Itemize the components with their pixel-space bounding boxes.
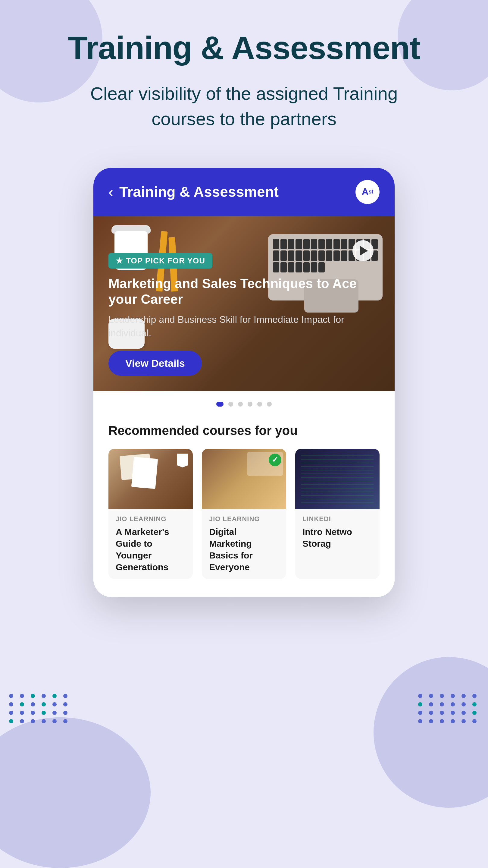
decorative-dot (31, 711, 35, 715)
decorative-dot (63, 702, 67, 707)
recommended-section: Recommended courses for you JIO LEARNING… (93, 417, 395, 597)
course-title: Marketing and Sales Techniques to Ace yo… (108, 276, 380, 308)
hero-subtitle: Clear visibility of the assigned Trainin… (78, 81, 410, 132)
course-name-2: Digital Marketing Basics for Everyone (209, 526, 279, 573)
carousel-pagination (93, 391, 395, 417)
decorative-dot (9, 694, 13, 698)
decorative-dot (31, 694, 35, 698)
star-icon: ★ (116, 256, 123, 266)
user-avatar[interactable]: Ast (355, 180, 380, 204)
decorative-dot (429, 694, 433, 698)
app-header: ‹ Training & Assessment Ast (93, 168, 395, 216)
decorative-dot (451, 711, 455, 715)
decorative-dot (429, 719, 433, 723)
decorative-dot (472, 694, 477, 698)
decorative-dot (440, 702, 444, 707)
course-thumb-1 (108, 449, 193, 509)
decorative-dot (20, 702, 24, 707)
dots-pattern-right (418, 694, 479, 723)
phone-mockup: ‹ Training & Assessment Ast (93, 168, 395, 597)
course-info-1: JIO LEARNING A Marketer's Guide to Young… (108, 509, 193, 579)
card-content-overlay: ★ TOP PICK FOR YOU Marketing and Sales T… (93, 244, 395, 391)
decorative-dot (41, 719, 46, 723)
course-thumb-3 (295, 449, 380, 509)
course-info-2: JIO LEARNING Digital Marketing Basics fo… (202, 509, 286, 579)
decorative-dot (63, 694, 67, 698)
decorative-dot (63, 719, 67, 723)
bookmark-icon-1 (177, 454, 188, 467)
decorative-dot (418, 711, 422, 715)
decorative-dot (41, 694, 46, 698)
course-description: Leadership and Business Skill for Immedi… (108, 313, 380, 340)
decorative-dot (461, 711, 466, 715)
decorative-dot (440, 711, 444, 715)
header-left: ‹ Training & Assessment (108, 184, 279, 200)
decorative-dot (20, 694, 24, 698)
decorative-dot (41, 711, 46, 715)
provider-2: JIO LEARNING (209, 515, 279, 523)
course-card-1[interactable]: JIO LEARNING A Marketer's Guide to Young… (108, 449, 193, 579)
app-screen-title: Training & Assessment (119, 184, 279, 200)
section-title: Recommended courses for you (108, 424, 380, 438)
decorative-dot (9, 702, 13, 707)
decorative-dot (472, 711, 477, 715)
dots-pattern-left (9, 694, 70, 723)
page-dot-6[interactable] (267, 402, 272, 407)
decorative-dot (451, 694, 455, 698)
course-thumb-2: ✓ (202, 449, 286, 509)
decorative-dot (53, 719, 57, 723)
view-details-button[interactable]: View Details (108, 351, 202, 376)
decorative-dot (451, 702, 455, 707)
bg-curve-bottom-right (373, 657, 488, 808)
decorative-dot (53, 711, 57, 715)
page-dot-4[interactable] (248, 402, 253, 407)
decorative-dot (451, 719, 455, 723)
decorative-dot (429, 711, 433, 715)
course-card-3[interactable]: LINKEDI Intro Netwo Storag (295, 449, 380, 579)
decorative-dot (472, 702, 477, 707)
course-name-1: A Marketer's Guide to Younger Generation… (116, 526, 186, 573)
course-info-3: LINKEDI Intro Netwo Storag (295, 509, 380, 555)
decorative-dot (53, 702, 57, 707)
decorative-dot (20, 719, 24, 723)
decorative-dot (53, 694, 57, 698)
decorative-dot (461, 702, 466, 707)
decorative-dot (440, 719, 444, 723)
page-dot-5[interactable] (257, 402, 262, 407)
verified-badge-2: ✓ (269, 454, 281, 466)
hero-title: Training & Assessment (68, 30, 420, 66)
decorative-dot (20, 711, 24, 715)
decorative-dot (418, 702, 422, 707)
page-dot-3[interactable] (238, 402, 243, 407)
decorative-dot (418, 719, 422, 723)
decorative-dot (418, 694, 422, 698)
decorative-dot (472, 719, 477, 723)
provider-3: LINKEDI (302, 515, 372, 523)
course-card-2[interactable]: ✓ JIO LEARNING Digital Marketing Basics … (202, 449, 286, 579)
course-name-3: Intro Netwo Storag (302, 526, 372, 550)
page-dot-2[interactable] (228, 402, 233, 407)
back-button[interactable]: ‹ (108, 185, 113, 199)
bg-curve-bottom-left (0, 717, 151, 868)
decorative-dot (429, 702, 433, 707)
top-pick-badge: ★ TOP PICK FOR YOU (108, 253, 213, 269)
provider-1: JIO LEARNING (116, 515, 186, 523)
decorative-dot (440, 694, 444, 698)
decorative-dot (9, 719, 13, 723)
decorative-dot (9, 711, 13, 715)
courses-list: JIO LEARNING A Marketer's Guide to Young… (108, 449, 380, 579)
decorative-dot (63, 711, 67, 715)
decorative-dot (31, 719, 35, 723)
decorative-dot (41, 702, 46, 707)
decorative-dot (31, 702, 35, 707)
decorative-dot (461, 719, 466, 723)
featured-course-card[interactable]: ★ TOP PICK FOR YOU Marketing and Sales T… (93, 216, 395, 391)
decorative-dot (461, 694, 466, 698)
page-dot-1[interactable] (216, 402, 224, 407)
